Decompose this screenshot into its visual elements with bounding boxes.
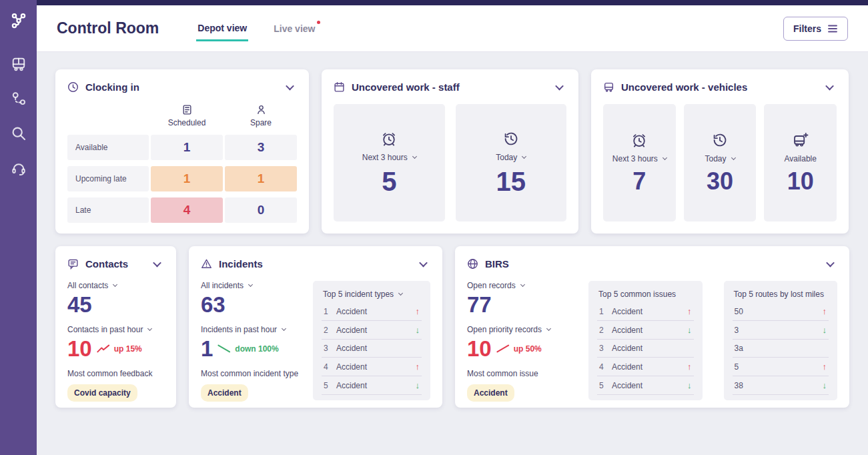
sidebar [0, 0, 37, 455]
dashboard-row-2: Contacts All contacts 45 Contacts in pas… [55, 246, 849, 408]
list-item: 4 Accident [322, 358, 422, 376]
staff-next-3-hours-dropdown[interactable]: Next 3 hours [362, 153, 416, 162]
tab-depot-view[interactable]: Depot view [196, 16, 248, 41]
vehicles-today-dropdown[interactable]: Today [705, 154, 735, 163]
all-incidents-dropdown[interactable]: All incidents [201, 281, 301, 290]
all-contacts-dropdown[interactable]: All contacts [67, 281, 164, 290]
vehicles-next-3-hours-value: 7 [632, 169, 646, 193]
contacts-trend-text: up 15% [114, 344, 142, 354]
chevron-down-icon [398, 291, 403, 296]
contacts-past-hour-dropdown[interactable]: Contacts in past hour [67, 325, 164, 334]
birs-trend: up 50% [496, 344, 542, 354]
uncovered-staff-collapse-button[interactable] [552, 79, 566, 95]
row-available-label: Available [67, 135, 149, 160]
contacts-past-hour-value: 10 [67, 336, 92, 362]
list-item: 5 Accident [597, 376, 694, 395]
trend-arrow-icon [687, 362, 692, 372]
list-item: 4 Accident [597, 358, 694, 376]
trend-down-icon [218, 344, 231, 353]
row-upcoming-late-label: Upcoming late [67, 166, 149, 191]
sidebar-headset-icon[interactable] [11, 160, 27, 176]
route-label: 38 [735, 381, 743, 390]
chevron-down-icon [282, 326, 286, 331]
uncovered-vehicles-card: Uncovered work - vehicles Next 3 hours 7 [591, 69, 849, 234]
item-rank: 3 [324, 344, 330, 353]
item-label: Accident [612, 307, 642, 316]
chevron-down-icon [520, 282, 525, 287]
open-records-dropdown[interactable]: Open records [467, 281, 576, 290]
all-incidents-label: All incidents [201, 281, 244, 290]
birs-body: Open records 77 Open priority records 10 [455, 280, 849, 412]
birs-collapse-button[interactable] [823, 256, 837, 272]
chevron-down-icon [419, 259, 428, 268]
dashboard: Clocking in Scheduled [37, 52, 868, 408]
all-contacts-value: 45 [67, 292, 164, 318]
vehicles-next-3-hours-label: Next 3 hours [612, 154, 658, 163]
top-common-issues-title-row: Top 5 common issues [597, 288, 694, 300]
tab-live-view[interactable]: Live view [272, 17, 316, 40]
route-label: 3 [735, 326, 739, 335]
incidents-body: All incidents 63 Incidents in past hour … [189, 280, 442, 412]
item-rank: 2 [599, 326, 605, 335]
page-title: Control Room [57, 19, 159, 37]
item-label: Accident [612, 362, 642, 372]
vehicles-available-value: 10 [787, 169, 814, 193]
top-incident-types-panel: Top 5 incident types 1 Accident 2 Accide… [313, 281, 430, 400]
staff-next-3-hours-value: 5 [382, 168, 396, 195]
feedback-badge: Covid capacity [67, 384, 137, 402]
incidents-stats: All incidents 63 Incidents in past hour … [189, 280, 313, 412]
chevron-down-icon [663, 155, 667, 160]
sidebar-bus-icon[interactable] [11, 56, 27, 72]
empty-cell [67, 103, 149, 129]
warning-triangle-icon [201, 258, 212, 270]
late-spare-value: 0 [225, 197, 297, 223]
item-label: Accident [336, 307, 367, 316]
contacts-stats: All contacts 45 Contacts in past hour 10 [55, 280, 176, 412]
birs-stats: Open records 77 Open priority records 10 [455, 280, 588, 412]
staff-today-label: Today [496, 153, 517, 162]
vehicles-available-label-row: Available [784, 154, 816, 163]
upcoming-late-scheduled-value: 1 [151, 166, 223, 191]
list-item: 1 Accident [322, 302, 422, 321]
trend-arrow-icon [823, 380, 827, 390]
uncovered-vehicles-collapse-button[interactable] [823, 79, 837, 95]
list-item: 5 Accident [322, 376, 422, 395]
trend-arrow-icon [416, 380, 420, 390]
chevron-down-icon [825, 82, 834, 91]
staff-today-dropdown[interactable]: Today [496, 153, 526, 162]
chevron-down-icon [731, 155, 735, 160]
clocking-in-collapse-button[interactable] [283, 79, 297, 95]
uncovered-vehicles-header: Uncovered work - vehicles [591, 69, 849, 103]
uncovered-staff-card: Uncovered work - staff Next 3 hours 5 [322, 69, 578, 234]
contacts-collapse-button[interactable] [150, 256, 164, 272]
vehicles-next-3-hours-dropdown[interactable]: Next 3 hours [612, 154, 667, 163]
item-label: Accident [612, 344, 642, 353]
history-clock-icon [503, 131, 519, 147]
incidents-collapse-button[interactable] [416, 256, 430, 272]
list-item: 1 Accident [597, 302, 694, 321]
contacts-past-hour-label: Contacts in past hour [67, 325, 143, 334]
top-incident-types-title: Top 5 incident types [323, 290, 394, 299]
sidebar-route-icon[interactable] [11, 91, 27, 107]
chevron-down-icon [826, 259, 835, 268]
row-late-label: Late [67, 197, 149, 223]
open-priority-records-dropdown[interactable]: Open priority records [467, 325, 576, 334]
incidents-past-hour-dropdown[interactable]: Incidents in past hour [201, 325, 301, 334]
item-rank: 1 [324, 307, 330, 316]
staff-today-value: 15 [496, 168, 526, 195]
clocking-in-title: Clocking in [85, 81, 139, 93]
person-icon [256, 104, 267, 115]
contacts-card: Contacts All contacts 45 Contacts in pas… [55, 246, 176, 408]
filters-button[interactable]: Filters [783, 17, 848, 41]
globe-icon [467, 258, 478, 270]
sidebar-search-icon[interactable] [11, 125, 27, 141]
incidents-past-hour-label: Incidents in past hour [201, 325, 277, 334]
app-logo-network-icon[interactable] [10, 12, 27, 29]
bus-icon [603, 81, 614, 93]
clocking-in-header: Clocking in [55, 69, 309, 103]
route-label: 5 [735, 362, 739, 372]
birs-trend-row: 10 up 50% [467, 336, 576, 362]
top-incident-types-dropdown[interactable]: Top 5 incident types [322, 288, 422, 300]
top-common-issues-title: Top 5 common issues [598, 290, 676, 299]
filters-button-label: Filters [793, 23, 821, 34]
